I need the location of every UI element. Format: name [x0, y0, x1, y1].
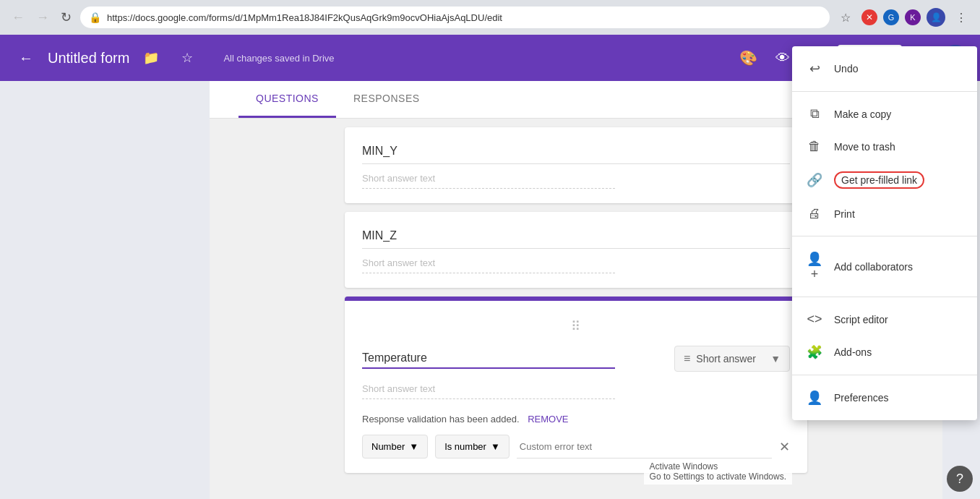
prefilled-label: Get pre-filled link: [834, 171, 924, 189]
print-icon: 🖨: [807, 206, 822, 221]
dropdown-overlay: ↩ Undo ⧉ Make a copy 🗑 Move to trash 🔗 G…: [0, 0, 980, 499]
menu-divider-1: [792, 91, 977, 92]
undo-label: Undo: [834, 63, 858, 74]
menu-item-undo[interactable]: ↩ Undo: [792, 52, 977, 85]
menu-item-move-to-trash[interactable]: 🗑 Move to trash: [792, 130, 977, 163]
code-icon: <>: [807, 312, 822, 327]
link-icon: 🔗: [807, 172, 822, 188]
move-to-trash-label: Move to trash: [834, 141, 895, 153]
add-person-icon: 👤+: [807, 251, 822, 282]
add-collaborators-label: Add collaborators: [834, 261, 913, 273]
menu-divider-3: [792, 297, 977, 297]
menu-divider-2: [792, 236, 977, 236]
script-editor-label: Script editor: [834, 314, 888, 325]
preferences-label: Preferences: [834, 392, 888, 404]
make-copy-label: Make a copy: [834, 108, 891, 120]
menu-item-addons[interactable]: 🧩 Add-ons: [792, 336, 977, 369]
menu-item-prefilled-link[interactable]: 🔗 Get pre-filled link: [792, 163, 977, 197]
menu-item-add-collaborators[interactable]: 👤+ Add collaborators: [792, 242, 977, 291]
puzzle-icon: 🧩: [807, 344, 822, 360]
preferences-icon: 👤: [807, 390, 822, 406]
addons-label: Add-ons: [834, 346, 872, 358]
dropdown-menu: ↩ Undo ⧉ Make a copy 🗑 Move to trash 🔗 G…: [792, 46, 977, 420]
help-button[interactable]: ?: [947, 466, 973, 492]
trash-icon: 🗑: [807, 139, 822, 154]
undo-icon: ↩: [807, 61, 822, 77]
copy-icon: ⧉: [807, 106, 822, 121]
menu-item-print[interactable]: 🖨 Print: [792, 197, 977, 230]
menu-divider-4: [792, 375, 977, 375]
print-label: Print: [834, 208, 855, 220]
menu-item-make-copy[interactable]: ⧉ Make a copy: [792, 98, 977, 130]
menu-item-preferences[interactable]: 👤 Preferences: [792, 381, 977, 414]
menu-item-script-editor[interactable]: <> Script editor: [792, 303, 977, 336]
